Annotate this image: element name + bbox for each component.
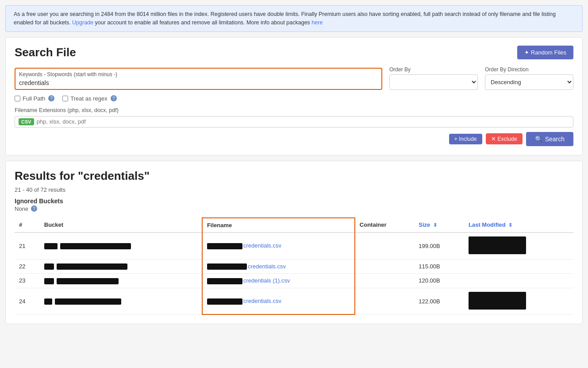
search-form-row: Keywords - Stopwords (start with minus -… [15,66,573,90]
cell-size: 120.00B [414,274,464,288]
order-by-select[interactable] [389,74,478,90]
filename-link[interactable]: credentials.csv [248,263,286,270]
results-title: Results for "credentials" [15,169,573,183]
col-size[interactable]: Size ⇕ [414,218,464,232]
action-buttons-row: + Include ✕ Exclude 🔍 Search [15,132,573,146]
treat-regex-checkbox-item[interactable]: Treat as regex ? [62,95,116,102]
keywords-input[interactable] [19,79,378,86]
cell-last-modified [464,288,573,314]
cell-container [355,232,414,260]
keywords-group: Keywords - Stopwords (start with minus -… [15,68,382,90]
results-section: Results for "credentials" 21 - 40 of 72 … [5,161,583,325]
order-direction-group: Order By Direction Descending Ascending [485,66,573,90]
col-bucket: Bucket [40,218,202,232]
cell-filename: credentials.csv [202,259,355,274]
order-direction-select[interactable]: Descending Ascending [485,74,573,90]
ignored-help-icon[interactable]: ? [31,205,37,212]
cell-bucket [40,288,202,314]
table-header-row: # Bucket Filename Container Size ⇕ Last … [15,218,573,232]
full-path-checkbox[interactable] [15,96,20,101]
order-by-group: Order By [389,66,478,90]
cell-last-modified [464,259,573,274]
ignored-none: None ? [15,205,573,212]
here-link[interactable]: here [311,19,323,26]
cell-container [355,274,414,288]
cell-bucket [40,259,202,274]
cell-number: 24 [15,288,40,314]
cell-last-modified [464,232,573,260]
size-sort-icon: ⇕ [433,222,437,228]
cell-size: 199.00B [414,232,464,260]
full-path-checkbox-item[interactable]: Full Path ? [15,95,54,102]
col-last-modified[interactable]: Last Modified ⇕ [464,218,573,232]
keywords-label: Keywords - Stopwords (start with minus -… [19,71,378,77]
col-filename: Filename [202,218,355,232]
table-row: 21credentials.csv199.00B [15,232,573,260]
treat-regex-help-icon[interactable]: ? [111,95,117,101]
table-row: 24credentials.csv122.00B [15,288,573,314]
cell-filename: credentials (1).csv [202,274,355,288]
cell-number: 22 [15,259,40,274]
full-path-help-icon[interactable]: ? [48,95,54,101]
cell-filename: credentials.csv [202,288,355,314]
cell-size: 115.00B [414,259,464,274]
search-section: Search File ✦ Random Files Keywords - St… [5,37,583,155]
cell-bucket [40,232,202,260]
cell-last-modified [464,274,573,288]
cell-container [355,259,414,274]
ext-badge: CSV [19,118,34,125]
search-button[interactable]: 🔍 Search [526,132,573,146]
extensions-label: Filename Extensions (php, xlsx, docx, pd… [15,107,573,113]
order-by-label: Order By [389,66,478,73]
exclude-button[interactable]: ✕ Exclude [486,133,523,144]
results-table: # Bucket Filename Container Size ⇕ Last … [15,217,573,315]
ignored-buckets-title: Ignored Buckets [15,198,573,205]
random-files-button[interactable]: ✦ Random Files [517,46,573,59]
cell-size: 122.00B [414,288,464,314]
cell-filename: credentials.csv [202,232,355,260]
cell-bucket [40,274,202,288]
full-path-label: Full Path [23,95,45,102]
col-container: Container [355,218,414,232]
treat-regex-label: Treat as regex [70,95,107,102]
results-count: 21 - 40 of 72 results [15,186,573,193]
checkboxes-row: Full Path ? Treat as regex ? [15,95,573,102]
filename-link[interactable]: credentials.csv [243,298,281,304]
extensions-input-row: CSV [15,116,573,128]
ignored-buckets: Ignored Buckets None ? [15,198,573,212]
info-banner: As a free user you are searching in 2484… [5,5,583,32]
search-icon: 🔍 [535,136,542,143]
cell-number: 21 [15,232,40,260]
cell-container [355,288,414,314]
table-row: 22credentials.csv115.00B [15,259,573,274]
banner-text3: your account to enable all features and … [95,19,310,26]
order-direction-label: Order By Direction [485,66,573,73]
extensions-input[interactable] [37,118,569,125]
treat-regex-checkbox[interactable] [62,96,68,101]
filename-link[interactable]: credentials (1).csv [243,277,290,284]
table-row: 23credentials (1).csv120.00B [15,274,573,288]
last-modified-sort-icon: ⇕ [508,222,512,228]
search-button-label: Search [545,136,565,143]
page-title: Search File [15,46,76,59]
col-number: # [15,218,40,232]
include-button[interactable]: + Include [449,134,482,144]
cell-number: 23 [15,274,40,288]
search-header: Search File ✦ Random Files [15,46,573,59]
filename-link[interactable]: credentials.csv [243,242,281,249]
upgrade-link[interactable]: Upgrade [72,19,93,26]
